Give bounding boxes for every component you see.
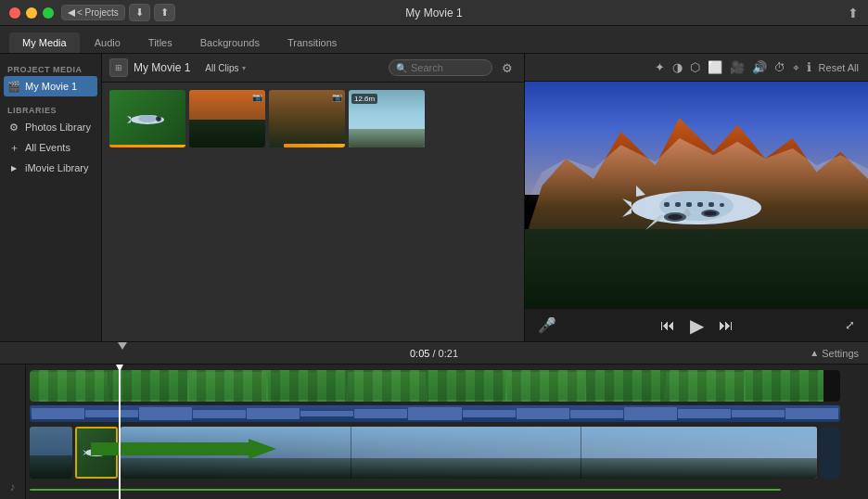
tab-backgrounds[interactable]: Backgrounds bbox=[187, 32, 273, 53]
video-track-cap bbox=[823, 370, 840, 402]
lower-clip-mountain[interactable] bbox=[30, 427, 72, 479]
preview-panel: ✦ ◑ ⬡ ⬜ 🎥 🔊 ⏱ ⌖ ℹ Reset All bbox=[525, 54, 868, 341]
sidebar-item-photos[interactable]: ⚙ Photos Library bbox=[0, 117, 101, 137]
library-icon: ▶ bbox=[7, 161, 20, 174]
svg-rect-14 bbox=[697, 202, 703, 207]
settings-label: Settings bbox=[822, 348, 859, 359]
show-hide-button[interactable]: ⊞ bbox=[109, 58, 128, 77]
photos-icon: ⚙ bbox=[7, 121, 20, 134]
maximize-button[interactable] bbox=[43, 7, 54, 19]
svg-point-10 bbox=[704, 211, 717, 215]
audio-icon[interactable]: 🔊 bbox=[752, 60, 767, 74]
timecode-display: 0:05 / 0:21 bbox=[410, 348, 458, 359]
preview-toolbar: ✦ ◑ ⬡ ⬜ 🎥 🔊 ⏱ ⌖ ℹ Reset All bbox=[525, 54, 868, 82]
camera-stabilize-icon[interactable]: 🎥 bbox=[730, 60, 745, 74]
titlebar: < Projects ⬇ ⬆ My Movie 1 ⬆ bbox=[0, 0, 868, 26]
timeline-tracks bbox=[26, 365, 868, 499]
video-track bbox=[30, 370, 840, 402]
media-settings-button[interactable]: ⚙ bbox=[498, 58, 517, 77]
tab-titles[interactable]: Titles bbox=[135, 32, 185, 53]
tab-transitions[interactable]: Transitions bbox=[274, 32, 350, 53]
color-icon[interactable]: ◑ bbox=[672, 60, 683, 74]
playhead bbox=[119, 365, 121, 499]
libraries-label: LIBRARIES bbox=[0, 102, 101, 117]
close-button[interactable] bbox=[9, 7, 20, 19]
info-icon[interactable]: ℹ bbox=[807, 60, 811, 74]
back-label: < Projects bbox=[77, 7, 119, 18]
camera-badge-2: 📷 bbox=[252, 93, 262, 102]
preview-video bbox=[525, 82, 868, 308]
events-icon: ＋ bbox=[7, 141, 20, 154]
clip-duration-label: 12.6m bbox=[351, 94, 377, 104]
dropdown-arrow-icon: ▾ bbox=[242, 64, 246, 72]
magic-wand-icon[interactable]: ✦ bbox=[655, 60, 665, 74]
microphone-button[interactable]: 🎤 bbox=[538, 316, 556, 334]
sidebar-project-label: My Movie 1 bbox=[25, 81, 77, 92]
tab-bar: My Media Audio Titles Backgrounds Transi… bbox=[0, 26, 868, 54]
playhead-marker bbox=[118, 342, 127, 350]
media-clip-3[interactable]: 📷 bbox=[269, 90, 345, 147]
search-input[interactable] bbox=[411, 62, 485, 73]
svg-point-4 bbox=[158, 118, 160, 121]
svg-point-8 bbox=[668, 214, 683, 220]
media-clip-4[interactable]: 12.6m bbox=[349, 90, 425, 147]
sidebar-events-label: All Events bbox=[25, 142, 70, 153]
export-button[interactable]: ⬆ bbox=[154, 4, 175, 21]
main-content: PROJECT MEDIA 🎬 My Movie 1 LIBRARIES ⚙ P… bbox=[0, 54, 868, 341]
window-controls bbox=[0, 7, 54, 19]
transition-arrow-container bbox=[82, 439, 304, 459]
media-grid: 📷 📷 12.6m bbox=[102, 83, 524, 341]
filter-dropdown-label: All Clips bbox=[205, 63, 238, 73]
svg-rect-16 bbox=[720, 203, 724, 207]
import-button[interactable]: ⬇ bbox=[129, 4, 150, 21]
sidebar-library-label: iMovie Library bbox=[25, 162, 88, 173]
stabilize-icon[interactable]: ⌖ bbox=[793, 61, 799, 74]
svg-marker-0 bbox=[68, 9, 75, 17]
timecode-current: 0:05 bbox=[410, 348, 429, 359]
nav-buttons: < Projects ⬇ ⬆ bbox=[61, 4, 175, 21]
timeline: 0:05 / 0:21 ▲ Settings ♪ bbox=[0, 341, 868, 499]
music-note-icon: ♪ bbox=[10, 480, 16, 493]
tab-my-media[interactable]: My Media bbox=[9, 32, 80, 53]
timecode-total: 0:21 bbox=[439, 348, 458, 359]
gear-icon: ⚙ bbox=[502, 61, 513, 75]
saturation-icon[interactable]: ⬡ bbox=[690, 60, 700, 74]
timeline-left-panel: ♪ bbox=[0, 365, 26, 499]
sidebar-photos-label: Photos Library bbox=[25, 122, 91, 133]
preview-controls: 🎤 ⏮ ▶ ⏭ ⤢ bbox=[525, 308, 868, 341]
sidebar-item-events[interactable]: ＋ All Events bbox=[0, 137, 101, 158]
back-projects-button[interactable]: < Projects bbox=[61, 5, 125, 20]
speed-icon[interactable]: ⏱ bbox=[774, 61, 785, 74]
play-button[interactable]: ▶ bbox=[690, 314, 704, 337]
share-icon[interactable]: ⬆ bbox=[848, 6, 859, 20]
fullscreen-button[interactable]: ⤢ bbox=[845, 318, 855, 332]
search-box: 🔍 bbox=[389, 59, 492, 76]
crop-icon[interactable]: ⬜ bbox=[708, 60, 722, 74]
plane-icon-thumb1 bbox=[125, 109, 170, 129]
audio-track bbox=[30, 405, 840, 422]
svg-rect-15 bbox=[708, 202, 714, 207]
svg-point-2 bbox=[138, 115, 157, 122]
sidebar-item-my-movie[interactable]: 🎬 My Movie 1 bbox=[4, 76, 97, 96]
media-clip-1[interactable] bbox=[109, 90, 185, 147]
search-icon: 🔍 bbox=[396, 63, 407, 73]
timeline-settings-button[interactable]: ▲ Settings bbox=[810, 348, 859, 359]
media-browser: ⊞ My Movie 1 All Clips ▾ 🔍 ⚙ bbox=[102, 54, 525, 341]
sidebar-item-imovie-library[interactable]: ▶ iMovie Library bbox=[0, 158, 101, 178]
timeline-toolbar: 0:05 / 0:21 ▲ Settings bbox=[0, 342, 868, 365]
lower-clip-dark[interactable] bbox=[820, 427, 840, 479]
svg-rect-13 bbox=[686, 202, 692, 207]
export-icon: ⬆ bbox=[160, 6, 169, 19]
svg-rect-11 bbox=[664, 202, 670, 207]
plane-preview bbox=[608, 169, 785, 245]
tab-audio[interactable]: Audio bbox=[82, 32, 134, 53]
clip-divider-1 bbox=[351, 427, 351, 479]
media-browser-toolbar: ⊞ My Movie 1 All Clips ▾ 🔍 ⚙ bbox=[102, 54, 524, 83]
media-clip-2[interactable]: 📷 bbox=[189, 90, 265, 147]
minimize-button[interactable] bbox=[26, 7, 37, 19]
skip-back-button[interactable]: ⏮ bbox=[660, 317, 675, 334]
clip-progress-bar bbox=[109, 145, 185, 147]
reset-all-button[interactable]: Reset All bbox=[819, 62, 859, 73]
skip-forward-button[interactable]: ⏭ bbox=[719, 317, 734, 334]
import-icon: ⬇ bbox=[135, 6, 144, 19]
